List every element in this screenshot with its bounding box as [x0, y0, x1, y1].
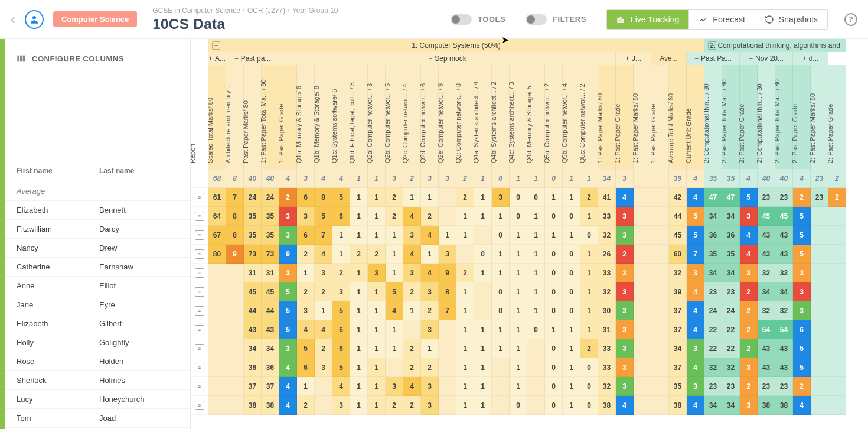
- data-cell[interactable]: [828, 358, 846, 377]
- data-cell[interactable]: 1: [474, 396, 492, 415]
- data-cell[interactable]: 3: [616, 358, 634, 377]
- data-cell[interactable]: [634, 169, 651, 188]
- data-cell[interactable]: [386, 358, 403, 377]
- report-icon[interactable]: ≡: [191, 282, 208, 301]
- data-cell[interactable]: [439, 207, 456, 226]
- data-cell[interactable]: 5: [793, 339, 811, 358]
- column-header[interactable]: Q2d: Computer networ... / 6: [421, 65, 439, 169]
- data-cell[interactable]: 9: [279, 245, 297, 264]
- data-cell[interactable]: 4: [403, 245, 421, 264]
- data-cell[interactable]: 3: [297, 169, 315, 188]
- data-cell[interactable]: 34: [775, 282, 793, 301]
- data-cell[interactable]: 23: [758, 377, 775, 396]
- data-cell[interactable]: 35: [722, 245, 740, 264]
- data-cell[interactable]: 1: [368, 188, 386, 207]
- data-cell[interactable]: 1: [563, 226, 580, 245]
- data-cell[interactable]: 30: [598, 301, 616, 320]
- data-cell[interactable]: 1: [527, 264, 545, 282]
- data-cell[interactable]: [315, 377, 332, 396]
- data-cell[interactable]: 1: [580, 245, 598, 264]
- report-icon[interactable]: ≡: [191, 396, 208, 415]
- data-cell[interactable]: 7: [226, 188, 244, 207]
- data-cell[interactable]: 1: [510, 358, 527, 377]
- data-cell[interactable]: 33: [598, 264, 616, 282]
- data-cell[interactable]: [226, 301, 244, 320]
- data-cell[interactable]: 3: [687, 264, 704, 282]
- data-cell[interactable]: 1: [510, 245, 527, 264]
- data-cell[interactable]: 1: [545, 226, 563, 245]
- data-cell[interactable]: 34: [262, 339, 279, 358]
- data-cell[interactable]: 0: [563, 282, 580, 301]
- data-cell[interactable]: 3: [421, 320, 439, 339]
- data-cell[interactable]: 8: [226, 169, 244, 188]
- data-cell[interactable]: 1: [368, 320, 386, 339]
- data-cell[interactable]: 1: [350, 226, 368, 245]
- data-cell[interactable]: 0: [510, 188, 527, 207]
- report-icon[interactable]: ≡: [191, 320, 208, 339]
- data-cell[interactable]: [634, 188, 651, 207]
- data-cell[interactable]: 3: [439, 169, 456, 188]
- data-cell[interactable]: 5: [793, 207, 811, 226]
- data-cell[interactable]: [208, 396, 226, 415]
- column-header[interactable]: Q4a: Systems architect... / 4: [474, 65, 492, 169]
- data-cell[interactable]: 2: [297, 282, 315, 301]
- data-cell[interactable]: 5: [332, 188, 350, 207]
- data-cell[interactable]: [527, 339, 545, 358]
- data-cell[interactable]: 3: [315, 358, 332, 377]
- data-cell[interactable]: 0: [510, 207, 527, 226]
- data-cell[interactable]: 3: [368, 264, 386, 282]
- data-cell[interactable]: 2: [421, 207, 439, 226]
- data-cell[interactable]: 3: [332, 282, 350, 301]
- data-cell[interactable]: 34: [704, 207, 722, 226]
- data-cell[interactable]: 1: [580, 207, 598, 226]
- column-header[interactable]: 2: Computational thin... / 80: [704, 65, 722, 169]
- data-cell[interactable]: 24: [262, 188, 279, 207]
- data-cell[interactable]: 0: [545, 358, 563, 377]
- data-cell[interactable]: 8: [226, 226, 244, 245]
- data-cell[interactable]: 1: [403, 188, 421, 207]
- data-cell[interactable]: 3: [793, 264, 811, 282]
- data-cell[interactable]: 3: [297, 207, 315, 226]
- data-cell[interactable]: 38: [244, 396, 262, 415]
- data-cell[interactable]: 1: [580, 264, 598, 282]
- data-cell[interactable]: 3: [740, 264, 758, 282]
- data-cell[interactable]: [811, 301, 828, 320]
- data-cell[interactable]: 1: [297, 377, 315, 396]
- data-cell[interactable]: 1: [545, 320, 563, 339]
- data-cell[interactable]: 32: [598, 226, 616, 245]
- data-cell[interactable]: 4: [315, 320, 332, 339]
- data-cell[interactable]: 35: [262, 226, 279, 245]
- seg-live-tracking[interactable]: Live Tracking: [607, 10, 688, 29]
- data-cell[interactable]: 2: [403, 358, 421, 377]
- data-cell[interactable]: 1: [580, 301, 598, 320]
- data-cell[interactable]: 3: [616, 320, 634, 339]
- back-button[interactable]: ‹: [11, 11, 15, 28]
- data-cell[interactable]: [527, 396, 545, 415]
- data-cell[interactable]: [208, 264, 226, 282]
- data-cell[interactable]: 43: [758, 358, 775, 377]
- data-cell[interactable]: 0: [474, 245, 492, 264]
- column-header[interactable]: 1: Past Paper Grade: [651, 65, 669, 169]
- data-cell[interactable]: 60: [669, 245, 687, 264]
- data-cell[interactable]: 2: [315, 282, 332, 301]
- data-cell[interactable]: 5: [740, 188, 758, 207]
- column-header[interactable]: Q1b: Memory & Storage/ 8: [315, 65, 332, 169]
- column-header[interactable]: Scaled Total Marks/ 80: [208, 65, 226, 169]
- data-cell[interactable]: 6: [332, 320, 350, 339]
- data-cell[interactable]: 6: [793, 320, 811, 339]
- data-cell[interactable]: 1: [332, 226, 350, 245]
- data-cell[interactable]: 1: [456, 207, 474, 226]
- data-cell[interactable]: 3: [421, 169, 439, 188]
- report-icon[interactable]: ≡: [191, 358, 208, 377]
- data-cell[interactable]: [651, 169, 669, 188]
- data-cell[interactable]: 8: [226, 207, 244, 226]
- data-cell[interactable]: [651, 377, 669, 396]
- data-cell[interactable]: 4: [616, 188, 634, 207]
- data-cell[interactable]: [828, 320, 846, 339]
- data-cell[interactable]: 0: [580, 396, 598, 415]
- column-header[interactable]: Q5c: Computer networ... / 2: [580, 65, 598, 169]
- data-cell[interactable]: 2: [616, 245, 634, 264]
- data-cell[interactable]: 9: [439, 264, 456, 282]
- data-cell[interactable]: 37: [669, 301, 687, 320]
- data-cell[interactable]: [439, 188, 456, 207]
